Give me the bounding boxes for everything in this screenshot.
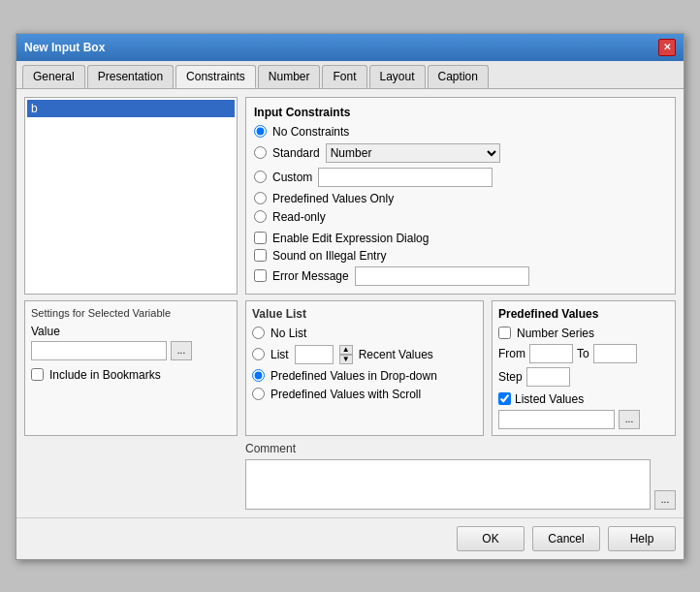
spinner: ▲ ▼: [339, 345, 353, 364]
value-input-row: ...: [31, 341, 231, 360]
constraint-predefined-values-only: Predefined Values Only: [254, 192, 667, 205]
constraint-custom: Custom: [254, 168, 667, 187]
listed-values-row: Listed Values: [498, 392, 669, 406]
predefined-dropdown-label: Predefined Values in Drop-down: [270, 369, 437, 383]
middle-section: Settings for Selected Variable Value ...…: [24, 300, 676, 436]
include-in-bookmarks-checkbox[interactable]: [31, 368, 44, 381]
radio-predefined-scroll[interactable]: [252, 388, 265, 400]
custom-input[interactable]: [318, 168, 493, 187]
constraints-radio-group: No Constraints Standard Number Custom: [254, 125, 667, 224]
sound-on-illegal-label: Sound on Illegal Entry: [272, 249, 386, 263]
radio-no-constraints[interactable]: [254, 125, 267, 138]
tab-presentation[interactable]: Presentation: [87, 65, 174, 88]
tab-font[interactable]: Font: [322, 65, 366, 88]
tab-number[interactable]: Number: [258, 65, 321, 88]
value-text-input[interactable]: [31, 341, 167, 360]
dialog-body: b Input Constraints No Constraints Stand…: [16, 89, 684, 517]
comment-ellipsis-button[interactable]: ...: [654, 490, 676, 510]
include-in-bookmarks-label: Include in Bookmarks: [49, 368, 161, 382]
value-ellipsis-button[interactable]: ...: [171, 341, 192, 360]
predefined-panel: Predefined Values Number Series From 0 T…: [492, 300, 676, 436]
to-label: To: [577, 347, 589, 360]
error-message-row: Error Message: [254, 266, 667, 286]
standard-label: Standard: [272, 146, 320, 160]
listed-values-ellipsis-button[interactable]: ...: [619, 410, 640, 429]
radio-custom[interactable]: [254, 171, 267, 183]
tab-caption[interactable]: Caption: [428, 65, 489, 88]
sound-on-illegal-checkbox[interactable]: [254, 249, 267, 262]
custom-label: Custom: [272, 171, 312, 184]
comment-textarea[interactable]: [245, 459, 651, 510]
settings-panel-title: Settings for Selected Variable: [31, 307, 231, 319]
cancel-button[interactable]: Cancel: [532, 526, 600, 551]
help-button[interactable]: Help: [608, 526, 676, 551]
constraints-title: Input Constraints: [254, 106, 667, 119]
value-label: Value: [31, 325, 231, 338]
list-row: List 0 ▲ ▼ Recent Values: [252, 345, 477, 364]
predefined-scroll-row: Predefined Values with Scroll: [252, 388, 477, 401]
recent-values-label: Recent Values: [359, 348, 433, 361]
radio-list[interactable]: [252, 348, 265, 360]
error-message-label: Error Message: [272, 269, 349, 283]
radio-no-list[interactable]: [252, 327, 265, 339]
enable-edit-expression-checkbox[interactable]: [254, 232, 267, 244]
variable-list-panel: b: [24, 97, 238, 295]
to-input[interactable]: 10: [593, 344, 637, 363]
constraint-readonly: Read-only: [254, 210, 667, 224]
tab-constraints[interactable]: Constraints: [175, 65, 256, 88]
predefined-values-only-label: Predefined Values Only: [272, 192, 394, 205]
list-number-input[interactable]: 0: [295, 345, 334, 364]
constraint-standard: Standard Number: [254, 143, 667, 163]
title-bar: New Input Box ✕: [16, 34, 684, 61]
variable-list-item[interactable]: b: [27, 100, 235, 117]
ok-button[interactable]: OK: [457, 526, 525, 551]
number-series-checkbox[interactable]: [498, 327, 511, 339]
comment-label: Comment: [245, 442, 676, 455]
include-in-bookmarks-row: Include in Bookmarks: [31, 368, 231, 382]
predefined-dropdown-row: Predefined Values in Drop-down: [252, 369, 477, 383]
listed-values-input-row: 100;200;300 ...: [498, 410, 669, 429]
tab-general[interactable]: General: [22, 65, 85, 88]
radio-predefined-values-only[interactable]: [254, 192, 267, 204]
bottom-section: OK Cancel Help: [16, 517, 684, 559]
spinner-up[interactable]: ▲: [339, 345, 353, 355]
spinner-down[interactable]: ▼: [339, 355, 353, 364]
no-constraints-label: No Constraints: [272, 125, 349, 139]
step-label: Step: [498, 370, 523, 384]
comment-ellipsis-container: ...: [654, 459, 676, 510]
constraint-no-constraints: No Constraints: [254, 125, 667, 139]
error-message-checkbox[interactable]: [254, 269, 267, 282]
step-input[interactable]: 1: [526, 367, 570, 387]
tab-bar: General Presentation Constraints Number …: [16, 61, 684, 89]
dialog-title: New Input Box: [24, 41, 105, 54]
comment-section: Comment ...: [24, 442, 676, 510]
from-to-row: From 0 To 10: [498, 344, 669, 363]
from-label: From: [498, 347, 525, 360]
settings-panel: Settings for Selected Variable Value ...…: [24, 300, 238, 436]
from-input[interactable]: 0: [529, 344, 573, 363]
predefined-scroll-label: Predefined Values with Scroll: [270, 388, 421, 401]
radio-readonly[interactable]: [254, 210, 267, 223]
tab-layout[interactable]: Layout: [369, 65, 426, 88]
bookmarks-row: Include in Bookmarks: [31, 368, 231, 382]
listed-values-label: Listed Values: [515, 392, 584, 406]
no-list-label: No List: [270, 327, 306, 340]
listed-values-input[interactable]: 100;200;300: [498, 410, 615, 429]
list-label: List: [270, 348, 289, 361]
number-series-row: Number Series: [498, 327, 669, 340]
number-series-label: Number Series: [517, 327, 594, 340]
dialog-window: New Input Box ✕ General Presentation Con…: [16, 33, 684, 560]
radio-predefined-dropdown[interactable]: [252, 369, 265, 382]
comment-area: Comment ...: [245, 442, 676, 510]
error-message-input-box: [355, 266, 529, 286]
enable-edit-expression-label: Enable Edit Expression Dialog: [272, 232, 429, 245]
predefined-title: Predefined Values: [498, 307, 669, 321]
step-row: Step 1: [498, 367, 669, 387]
enable-edit-expression-row: Enable Edit Expression Dialog: [254, 232, 667, 245]
sound-on-illegal-row: Sound on Illegal Entry: [254, 249, 667, 263]
standard-dropdown[interactable]: Number: [326, 143, 500, 163]
comment-input-row: ...: [245, 459, 676, 510]
listed-values-checkbox[interactable]: [498, 392, 511, 405]
close-button[interactable]: ✕: [658, 39, 676, 56]
radio-standard[interactable]: [254, 146, 267, 159]
